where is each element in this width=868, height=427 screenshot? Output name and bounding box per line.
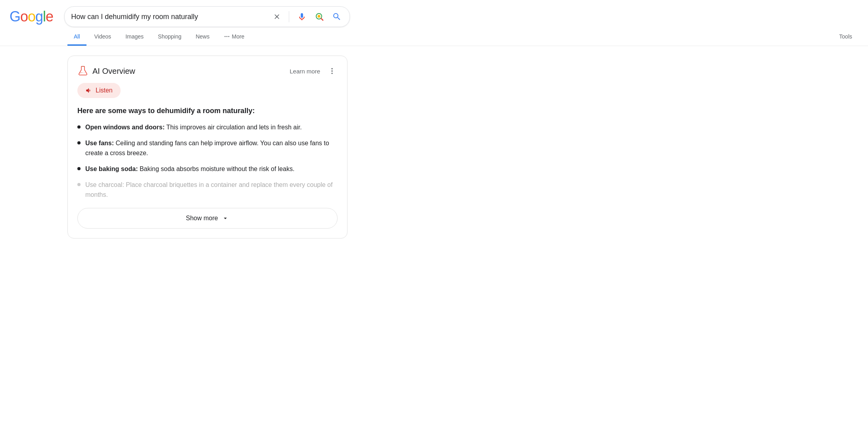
google-logo[interactable]: Google	[10, 8, 53, 25]
show-more-button[interactable]: Show more	[77, 208, 338, 229]
more-options-button[interactable]	[326, 65, 338, 77]
bullet-2	[77, 141, 81, 144]
svg-point-7	[331, 68, 332, 69]
list-item-text-4: Use charcoal: Place charcoal briquettes …	[85, 180, 338, 200]
clear-button[interactable]	[271, 11, 282, 22]
list-item: Open windows and doors: This improves ai…	[77, 122, 338, 133]
main-content: AI Overview Learn more Listen Here are	[0, 46, 357, 248]
svg-point-9	[331, 73, 332, 74]
bullet-3	[77, 167, 81, 170]
svg-line-2	[321, 19, 323, 21]
flask-icon	[77, 65, 88, 77]
search-divider	[289, 11, 289, 22]
speaker-icon	[85, 87, 92, 94]
tab-more[interactable]: More	[217, 29, 251, 46]
tab-news[interactable]: News	[189, 29, 216, 46]
svg-point-5	[229, 36, 230, 37]
svg-point-8	[331, 70, 332, 71]
list-item-text-2: Use fans: Ceiling and standing fans can …	[85, 138, 338, 158]
learn-more-button[interactable]: Learn more	[286, 66, 323, 76]
search-submit-button[interactable]	[330, 10, 343, 23]
list-item-text-3: Use baking soda: Baking soda absorbs moi…	[85, 164, 294, 174]
list-item-text-1: Open windows and doors: This improves ai…	[85, 122, 302, 133]
ai-items-list: Open windows and doors: This improves ai…	[77, 122, 338, 200]
search-icons	[271, 10, 343, 23]
listen-button[interactable]: Listen	[77, 83, 121, 98]
tab-shopping[interactable]: Shopping	[152, 29, 188, 46]
ai-overview-title: AI Overview	[77, 65, 135, 77]
lens-button[interactable]	[313, 10, 326, 23]
chevron-down-icon	[222, 215, 229, 222]
ai-overview-actions: Learn more	[286, 65, 338, 77]
bullet-4	[77, 183, 81, 186]
more-dots-icon	[224, 33, 230, 40]
mic-icon	[297, 12, 307, 21]
tab-videos[interactable]: Videos	[88, 29, 118, 46]
svg-point-3	[225, 36, 226, 37]
header: Google How can I dehumidify my room natu…	[0, 0, 868, 27]
search-bar: How can I dehumidify my room naturally	[64, 6, 350, 27]
nav-tabs: All Videos Images Shopping News More Too…	[0, 29, 868, 46]
search-input[interactable]: How can I dehumidify my room naturally	[71, 13, 271, 21]
tab-images[interactable]: Images	[119, 29, 150, 46]
svg-point-4	[227, 36, 228, 37]
lens-icon	[315, 12, 324, 21]
tab-all[interactable]: All	[67, 29, 86, 46]
svg-point-1	[318, 15, 321, 18]
mic-button[interactable]	[296, 10, 308, 23]
bullet-1	[77, 125, 81, 129]
ai-summary-heading: Here are some ways to dehumidify a room …	[77, 106, 338, 116]
list-item: Use baking soda: Baking soda absorbs moi…	[77, 164, 338, 174]
search-submit-icon	[332, 12, 342, 21]
ai-overview-card: AI Overview Learn more Listen Here are	[67, 56, 348, 239]
ai-overview-header: AI Overview Learn more	[77, 65, 338, 77]
svg-rect-6	[81, 66, 84, 67]
list-item: Use fans: Ceiling and standing fans can …	[77, 138, 338, 158]
vertical-dots-icon	[328, 67, 336, 75]
list-item-faded: Use charcoal: Place charcoal briquettes …	[77, 180, 338, 200]
tab-tools[interactable]: Tools	[833, 29, 858, 46]
clear-icon	[273, 13, 281, 21]
